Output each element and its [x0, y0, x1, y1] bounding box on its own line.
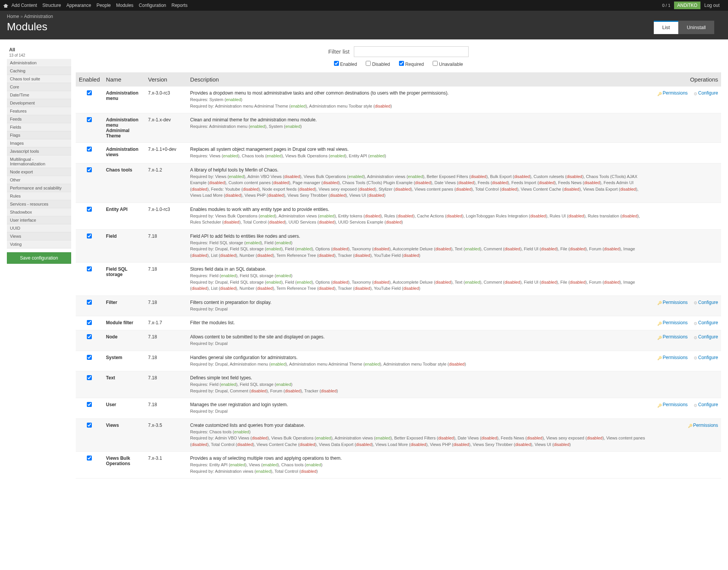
sidebar-item[interactable]: Administration — [7, 59, 71, 67]
sidebar-item[interactable]: Performance and scalability — [7, 184, 71, 192]
toolbar-item[interactable]: People — [96, 3, 111, 8]
configure-link[interactable]: Configure — [693, 90, 718, 96]
filter-all[interactable]: All — [7, 46, 71, 53]
module-row: Administration views 7.x-1.1+0-dev Repla… — [76, 143, 721, 163]
module-row: System 7.18 Handles general site configu… — [76, 351, 721, 371]
module-version: 7.18 — [145, 351, 187, 371]
check-disabled[interactable] — [366, 61, 371, 66]
permissions-link[interactable]: Permissions — [657, 355, 687, 360]
enable-checkbox[interactable] — [87, 167, 92, 172]
enable-checkbox[interactable] — [87, 234, 92, 238]
sidebar-item[interactable]: Date/Time — [7, 91, 71, 99]
toolbar-item[interactable]: Structure — [42, 3, 61, 8]
sidebar-item[interactable]: Rules — [7, 192, 71, 200]
filter-input[interactable] — [354, 46, 469, 57]
filter-checks: Enabled Disabled Required Unavailable — [76, 61, 721, 67]
permissions-link[interactable]: Permissions — [657, 300, 687, 305]
sidebar-item[interactable]: Javascript tools — [7, 147, 71, 155]
module-ops — [650, 452, 721, 479]
sidebar-item[interactable]: Core — [7, 83, 71, 91]
module-row: Text 7.18 Defines simple text field type… — [76, 371, 721, 398]
configure-link[interactable]: Configure — [693, 402, 718, 407]
th-operations: Operations — [650, 72, 721, 87]
module-name: Administration menu — [103, 87, 145, 113]
sidebar-item[interactable]: Other — [7, 176, 71, 184]
module-name: Module filter — [103, 316, 145, 330]
configure-link[interactable]: Configure — [693, 355, 718, 360]
enable-checkbox[interactable] — [87, 402, 92, 407]
permissions-link[interactable]: Permissions — [688, 423, 718, 428]
configure-link[interactable]: Configure — [693, 300, 718, 305]
module-description: Provides a dropdown menu to most adminis… — [187, 87, 650, 113]
permissions-link[interactable]: Permissions — [657, 90, 687, 96]
check-enabled[interactable] — [334, 61, 339, 66]
sidebar-item[interactable]: Multilingual - Internationalization — [7, 155, 71, 168]
module-name: User — [103, 398, 145, 419]
sidebar-item[interactable]: Node export — [7, 168, 71, 176]
tab-list[interactable]: List — [654, 21, 678, 34]
enable-checkbox[interactable] — [87, 300, 92, 305]
module-version: 7.18 — [145, 398, 187, 419]
sidebar-item[interactable]: UUID — [7, 224, 71, 232]
sidebar-item[interactable]: Features — [7, 107, 71, 115]
toolbar-item[interactable]: Appearance — [66, 3, 91, 8]
gear-icon — [693, 355, 697, 360]
th-enabled: Enabled — [76, 72, 103, 87]
enable-checkbox[interactable] — [87, 207, 92, 212]
toolbar-item[interactable]: Add Content — [11, 3, 37, 8]
enable-checkbox[interactable] — [87, 147, 92, 152]
sidebar-item[interactable]: Chaos tool suite — [7, 75, 71, 83]
sidebar-item[interactable]: Voting — [7, 240, 71, 248]
sidebar-item[interactable]: Images — [7, 139, 71, 147]
key-icon — [657, 300, 662, 305]
check-unavailable[interactable] — [433, 61, 438, 66]
bc-home[interactable]: Home — [7, 14, 19, 19]
enable-checkbox[interactable] — [87, 117, 92, 122]
sidebar-item[interactable]: User interface — [7, 216, 71, 224]
enable-checkbox[interactable] — [87, 375, 92, 380]
enable-checkbox[interactable] — [87, 423, 92, 428]
module-name: Views — [103, 418, 145, 452]
configure-link[interactable]: Configure — [693, 320, 718, 325]
permissions-link[interactable]: Permissions — [657, 402, 687, 407]
permissions-link[interactable]: Permissions — [657, 334, 687, 340]
module-name: Field SQL storage — [103, 263, 145, 296]
admin-toolbar: Add ContentStructureAppearancePeopleModu… — [0, 0, 728, 11]
enable-checkbox[interactable] — [87, 266, 92, 271]
module-name: Entity API — [103, 203, 145, 229]
save-button[interactable]: Save configuration — [7, 252, 71, 264]
toolbar-item[interactable]: Configuration — [139, 3, 166, 8]
module-version: 7.x-1.x-dev — [145, 113, 187, 143]
module-ops: Permissions Configure — [650, 296, 721, 316]
module-name: System — [103, 351, 145, 371]
th-description: Description — [187, 72, 650, 87]
enable-checkbox[interactable] — [87, 320, 92, 325]
enable-checkbox[interactable] — [87, 334, 92, 339]
sidebar-item[interactable]: Feeds — [7, 115, 71, 123]
check-required[interactable] — [399, 61, 404, 66]
configure-link[interactable]: Configure — [693, 334, 718, 340]
module-row: Administration menu Adminimal Theme 7.x-… — [76, 113, 721, 143]
sidebar-item[interactable]: Services - resources — [7, 200, 71, 208]
user-badge[interactable]: ANDiTKO — [674, 2, 700, 9]
module-name: Chaos tools — [103, 163, 145, 203]
sidebar-item[interactable]: Development — [7, 99, 71, 107]
module-version: 7.x-1.0-rc3 — [145, 203, 187, 229]
permissions-link[interactable]: Permissions — [657, 320, 687, 325]
bc-admin[interactable]: Administration — [24, 14, 53, 19]
sidebar-item[interactable]: Fields — [7, 123, 71, 131]
home-icon[interactable] — [3, 3, 8, 8]
toolbar-item[interactable]: Modules — [116, 3, 134, 8]
enable-checkbox[interactable] — [87, 456, 92, 461]
toolbar-item[interactable]: Reports — [171, 3, 187, 8]
tab-uninstall[interactable]: Uninstall — [678, 21, 714, 34]
sidebar-item[interactable]: Shadowbox — [7, 208, 71, 216]
logout-link[interactable]: Log out — [704, 3, 720, 8]
module-row: Administration menu 7.x-3.0-rc3 Provides… — [76, 87, 721, 113]
sidebar-item[interactable]: Caching — [7, 67, 71, 75]
breadcrumb: Home » Administration — [7, 14, 721, 19]
enable-checkbox[interactable] — [87, 90, 92, 95]
sidebar-item[interactable]: Flags — [7, 131, 71, 139]
enable-checkbox[interactable] — [87, 355, 92, 360]
sidebar-item[interactable]: Views — [7, 232, 71, 240]
